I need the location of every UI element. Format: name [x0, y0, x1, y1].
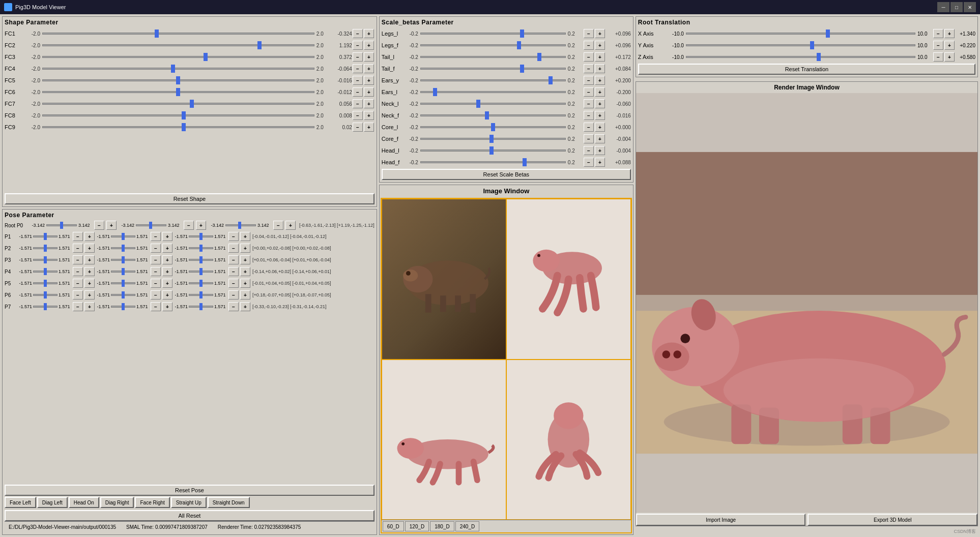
scale-track-3[interactable] [420, 68, 566, 70]
axis-track-2[interactable] [686, 56, 915, 58]
root-po-minus-c[interactable]: − [273, 221, 283, 230]
shape-plus-8[interactable]: + [364, 123, 374, 132]
scale-plus-3[interactable]: + [595, 64, 605, 73]
scale-plus-7[interactable]: + [595, 111, 605, 120]
shape-minus-1[interactable]: − [353, 41, 363, 50]
scale-minus-3[interactable]: − [584, 64, 594, 73]
shape-plus-1[interactable]: + [364, 41, 374, 50]
pose-slider-b-6[interactable] [111, 306, 135, 308]
axis-track-0[interactable] [686, 33, 915, 35]
shape-plus-2[interactable]: + [364, 52, 374, 62]
pose-plus-b-0[interactable]: + [162, 232, 172, 241]
scale-plus-8[interactable]: + [595, 123, 605, 132]
scale-plus-9[interactable]: + [595, 134, 605, 143]
root-po-slider-a[interactable] [46, 224, 77, 226]
scale-track-2[interactable] [420, 56, 566, 58]
scale-track-10[interactable] [420, 150, 566, 152]
pose-slider-a-5[interactable] [33, 294, 57, 296]
pose-slider-c-2[interactable] [189, 259, 213, 261]
shape-track-7[interactable] [42, 114, 314, 116]
pose-minus-b-1[interactable]: − [151, 244, 161, 253]
axis-minus-2[interactable]: − [933, 52, 943, 62]
shape-minus-4[interactable]: − [353, 76, 363, 85]
action-btn-head-on[interactable]: Head On [69, 497, 99, 508]
pose-minus-c-3[interactable]: − [228, 267, 239, 276]
export-3d-model-button[interactable]: Export 3D Model [808, 514, 977, 526]
shape-plus-3[interactable]: + [364, 64, 374, 73]
pose-plus-a-6[interactable]: + [84, 302, 95, 311]
pose-plus-c-0[interactable]: + [240, 232, 250, 241]
shape-track-8[interactable] [42, 126, 314, 128]
root-po-plus-b[interactable]: + [196, 221, 206, 230]
pose-minus-c-6[interactable]: − [228, 302, 239, 311]
pose-slider-b-0[interactable] [111, 235, 135, 237]
shape-track-4[interactable] [42, 79, 314, 81]
close-button[interactable]: ✕ [964, 2, 976, 12]
scale-minus-6[interactable]: − [584, 99, 594, 108]
pose-plus-a-2[interactable]: + [84, 255, 95, 264]
pose-minus-c-5[interactable]: − [228, 290, 239, 300]
shape-track-0[interactable] [42, 33, 314, 35]
restore-button[interactable]: □ [950, 2, 963, 12]
pose-minus-c-1[interactable]: − [228, 244, 239, 253]
scale-plus-11[interactable]: + [595, 158, 605, 167]
root-po-minus-b[interactable]: − [184, 221, 194, 230]
view-tab-60_D[interactable]: 60_D [383, 521, 404, 531]
pose-minus-c-2[interactable]: − [228, 255, 239, 264]
reset-translation-button[interactable]: Reset Translation [638, 64, 975, 75]
scale-plus-6[interactable]: + [595, 99, 605, 108]
action-btn-straight-up[interactable]: Straight Up [171, 497, 207, 508]
pose-slider-a-2[interactable] [33, 259, 57, 261]
axis-plus-2[interactable]: + [944, 52, 955, 62]
scale-track-4[interactable] [420, 79, 566, 81]
axis-minus-0[interactable]: − [933, 29, 943, 38]
shape-plus-4[interactable]: + [364, 76, 374, 85]
pose-slider-b-5[interactable] [111, 294, 135, 296]
pose-slider-c-3[interactable] [189, 271, 213, 273]
pose-plus-c-2[interactable]: + [240, 255, 250, 264]
shape-track-1[interactable] [42, 44, 314, 46]
pose-plus-b-4[interactable]: + [162, 279, 172, 288]
pose-slider-b-1[interactable] [111, 247, 135, 249]
action-btn-face-right[interactable]: Face Right [135, 497, 169, 508]
scale-track-11[interactable] [420, 161, 566, 163]
pose-plus-a-4[interactable]: + [84, 279, 95, 288]
pose-plus-c-4[interactable]: + [240, 279, 250, 288]
pose-slider-a-0[interactable] [33, 235, 57, 237]
action-btn-straight-down[interactable]: Straight Down [208, 497, 250, 508]
pose-plus-b-6[interactable]: + [162, 302, 172, 311]
scale-track-9[interactable] [420, 138, 566, 140]
pose-slider-a-1[interactable] [33, 247, 57, 249]
shape-minus-6[interactable]: − [353, 99, 363, 108]
all-reset-button[interactable]: All Reset [5, 510, 374, 521]
pose-minus-a-2[interactable]: − [73, 255, 83, 264]
scale-plus-5[interactable]: + [595, 87, 605, 97]
pose-slider-a-4[interactable] [33, 282, 57, 284]
scale-minus-7[interactable]: − [584, 111, 594, 120]
axis-plus-0[interactable]: + [944, 29, 955, 38]
reset-scale-betas-button[interactable]: Reset Scale Betas [382, 169, 631, 180]
scale-minus-8[interactable]: − [584, 123, 594, 132]
pose-minus-b-5[interactable]: − [151, 290, 161, 300]
pose-plus-a-0[interactable]: + [84, 232, 95, 241]
pose-plus-c-1[interactable]: + [240, 244, 250, 253]
root-po-slider-b[interactable] [136, 224, 166, 226]
shape-track-6[interactable] [42, 103, 314, 105]
scale-minus-0[interactable]: − [584, 29, 594, 38]
shape-track-3[interactable] [42, 68, 314, 70]
pose-plus-b-1[interactable]: + [162, 244, 172, 253]
pose-plus-b-2[interactable]: + [162, 255, 172, 264]
pose-plus-a-1[interactable]: + [84, 244, 95, 253]
scale-plus-10[interactable]: + [595, 146, 605, 155]
pose-minus-b-4[interactable]: − [151, 279, 161, 288]
scale-track-1[interactable] [420, 44, 566, 46]
shape-track-5[interactable] [42, 91, 314, 93]
pose-plus-c-6[interactable]: + [240, 302, 250, 311]
scale-track-5[interactable] [420, 91, 566, 93]
pose-plus-c-3[interactable]: + [240, 267, 250, 276]
shape-plus-7[interactable]: + [364, 111, 374, 120]
pose-slider-c-5[interactable] [189, 294, 213, 296]
minimize-button[interactable]: ─ [937, 2, 949, 12]
view-tab-120_D[interactable]: 120_D [405, 521, 429, 531]
shape-plus-0[interactable]: + [364, 29, 374, 38]
